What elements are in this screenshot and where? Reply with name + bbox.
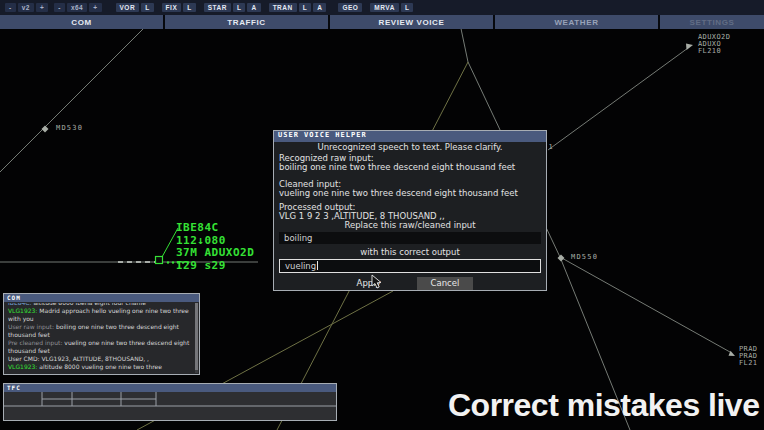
md550-diamond-icon [558, 255, 565, 262]
star-button[interactable]: STAR [204, 3, 231, 12]
vor-l-toggle[interactable]: L [141, 3, 153, 12]
scale-decrease-button[interactable]: - [54, 3, 65, 12]
tran-button[interactable]: TRAN [269, 3, 297, 12]
correct-output-field[interactable]: vueling [279, 259, 541, 273]
com-panel-title-bar[interactable]: COM [4, 294, 199, 302]
waypoint-label-aduxo: ADUXO2D ADUXO FL210 [698, 34, 730, 55]
cleaned-input-value: vueling one nine two three descend eight… [279, 189, 541, 198]
com-message-sender: Pre cleaned input: [8, 339, 62, 346]
version-increase-button[interactable]: + [36, 3, 48, 12]
com-transcript: IBE84C: altitude 8000 iberia eight four … [5, 303, 193, 373]
cancel-button[interactable]: Cancel [417, 277, 474, 290]
dialog-buttons: Apply Cancel [279, 277, 541, 290]
vor-button[interactable]: VOR [116, 3, 140, 12]
tab-review-voice[interactable]: REVIEW VOICE [330, 15, 493, 29]
tfc-panel-title-bar[interactable]: TFC [4, 384, 336, 392]
com-message-text: altitude 8000 iberia eight four charlie [32, 303, 146, 306]
star-a-toggle[interactable]: A [247, 3, 260, 12]
com-message-text: altitude 8000 vueling one nine two three [37, 363, 162, 370]
md530-diamond-icon [42, 126, 49, 133]
datablock-type-fix: 37M ADUXO2D [176, 247, 254, 260]
waypoint-label-md550: MD550 [571, 253, 598, 261]
overlay-caption: Correct mistakes live [448, 387, 759, 424]
tab-traffic[interactable]: TRAFFIC [165, 15, 328, 29]
com-message-sender: IBE84C: [8, 303, 32, 306]
tab-settings[interactable]: SETTINGS [660, 15, 764, 29]
prad-line3: FL21 [739, 360, 757, 367]
waypoint-label-md530: MD530 [56, 124, 83, 132]
tran-a-toggle[interactable]: A [313, 3, 326, 12]
com-message-sender: VLG1923: [8, 307, 37, 314]
scale-increase-button[interactable]: + [89, 3, 101, 12]
correct-output-text: vueling [285, 261, 316, 271]
tfc-panel: TFC [3, 383, 337, 421]
datablock-speed: I29 s29 [176, 260, 254, 273]
top-toolbar: - v2 + - x64 + VOR L FIX L STAR L A TRAN… [0, 0, 764, 15]
com-scrollbar-thumb[interactable] [195, 303, 198, 370]
aircraft-datablock[interactable]: IBE84C 112↓080 37M ADUXO2D I29 s29 [176, 222, 254, 272]
com-message: VLG1923: altitude 8000 vueling one nine … [8, 363, 190, 371]
mrva-button[interactable]: MRVA [370, 3, 399, 12]
com-message-sender: User raw input: [8, 323, 54, 330]
aircraft-symbol[interactable] [156, 257, 163, 264]
com-message: User raw input: boiling one nine two thr… [8, 323, 190, 339]
star-l-toggle[interactable]: L [233, 3, 245, 12]
com-message-text: VLG1923, ALTITUDE, 8THOUSAND, , [40, 355, 149, 362]
version-decrease-button[interactable]: - [5, 3, 16, 12]
dialog-message: Unrecognized speech to text. Please clar… [279, 143, 541, 152]
dialog-title-bar[interactable]: USER VOICE HELPER [274, 131, 546, 142]
route-line-to-prad [560, 257, 730, 352]
dialog-body: Unrecognized speech to text. Please clar… [274, 142, 546, 291]
mrva-l-toggle[interactable]: L [401, 3, 413, 12]
aduxo-arrowhead-icon [686, 44, 693, 51]
com-panel: COM IBE84C: altitude 8000 iberia eight f… [3, 293, 200, 375]
aduxo-line3: FL210 [698, 48, 730, 55]
tab-bar: COM TRAFFIC REVIEW VOICE WEATHER SETTING… [0, 15, 764, 29]
com-message-sender: VLG1923: [8, 363, 37, 370]
tran-l-toggle[interactable]: L [299, 3, 311, 12]
user-voice-helper-dialog: USER VOICE HELPER Unrecognized speech to… [273, 130, 547, 291]
mouse-cursor-icon [371, 274, 385, 290]
scale-label-button[interactable]: x64 [67, 3, 87, 12]
fix-button[interactable]: FIX [162, 3, 182, 12]
tab-com[interactable]: COM [0, 15, 163, 29]
com-message: User CMD: VLG1923, ALTITUDE, 8THOUSAND, … [8, 355, 190, 363]
waypoint-label-prad: PRAD PRAD FL21 [739, 346, 757, 367]
datablock-callsign[interactable]: IBE84C [176, 222, 254, 235]
com-message: VLG1923: Madrid approach hello vueling o… [8, 307, 190, 323]
raw-input-value: boiling one nine two three descend eight… [279, 163, 541, 172]
com-scrollbar[interactable] [195, 303, 198, 373]
tab-weather[interactable]: WEATHER [495, 15, 658, 29]
version-label-button[interactable]: v2 [18, 3, 34, 12]
geo-button[interactable]: GEO [338, 3, 362, 12]
fix-l-toggle[interactable]: L [183, 3, 195, 12]
com-message: Pre cleaned input: vueling one nine two … [8, 339, 190, 355]
atc-radar-app: MD530 MD550 ADUXO2D ADUXO FL210 PRAD PRA… [0, 0, 764, 430]
route-line-to-aduxo [548, 48, 688, 150]
correct-instruction: with this correct output [279, 248, 541, 257]
tfc-table-grid [4, 392, 336, 420]
com-message-sender: User CMD: [8, 355, 40, 362]
replace-input-field[interactable]: boiling [279, 232, 541, 244]
text-caret [317, 261, 318, 270]
replace-instruction: Replace this raw/cleaned input [279, 221, 541, 230]
